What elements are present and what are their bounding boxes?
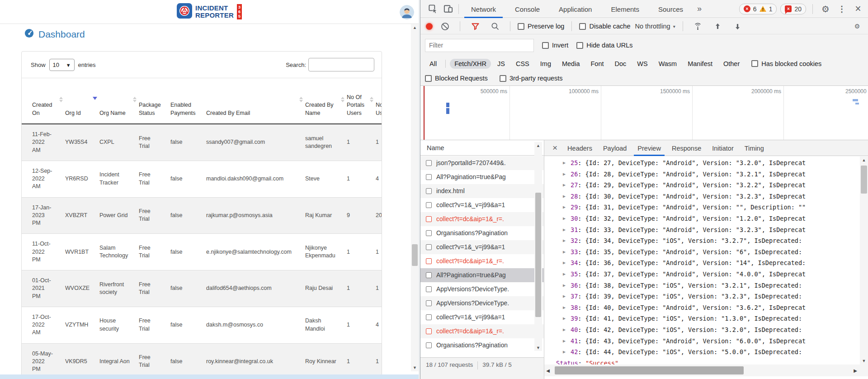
network-request-row[interactable]: Organisations?Pagination	[420, 226, 544, 240]
request-checkbox[interactable]	[426, 216, 432, 222]
network-filter-input[interactable]	[425, 39, 534, 52]
json-preview-line[interactable]: ▶34: {Id: 36, DeviceType: "Android", Ver…	[544, 257, 860, 269]
network-overview-timeline[interactable]: 500000 ms1000000 ms1500000 ms2000000 ms2…	[420, 86, 868, 140]
issues-badge[interactable]: × 20	[780, 4, 806, 14]
request-checkbox[interactable]	[426, 244, 432, 250]
json-preview-line[interactable]: ▶27: {Id: 29, DeviceType: "Android", Ver…	[544, 180, 860, 191]
scroll-up-icon[interactable]: ▲	[860, 156, 868, 164]
details-tab-initiator[interactable]: Initiator	[707, 140, 739, 156]
expand-triangle-icon[interactable]: ▶	[563, 202, 566, 213]
type-filter-fetch-xhr[interactable]: Fetch/XHR	[450, 59, 491, 69]
page-size-select[interactable]: 10 ▼	[49, 59, 75, 71]
type-filter-wasm[interactable]: Wasm	[654, 59, 682, 69]
request-checkbox[interactable]	[426, 230, 432, 236]
has-blocked-cookies-checkbox[interactable]: Has blocked cookies	[751, 60, 821, 67]
type-filter-doc[interactable]: Doc	[610, 59, 631, 69]
request-checkbox[interactable]	[426, 328, 432, 334]
type-filter-all[interactable]: All	[425, 59, 441, 69]
json-preview-line[interactable]: ▶30: {Id: 32, DeviceType: "Android", Ver…	[544, 213, 860, 224]
checkbox-icon[interactable]	[576, 42, 583, 49]
request-checkbox[interactable]	[426, 160, 432, 166]
filter-funnel-icon[interactable]	[467, 19, 483, 34]
scrollbar-thumb[interactable]	[861, 166, 867, 194]
json-status-line[interactable]: Status: "Success"	[544, 358, 860, 365]
network-request-row[interactable]: AppVersions?DeviceType.	[420, 282, 544, 296]
hide-data-urls-checkbox[interactable]: Hide data URLs	[576, 42, 632, 49]
network-request-row[interactable]: Organisations?Pagination	[420, 338, 544, 352]
search-input[interactable]	[308, 58, 374, 71]
column-header-created-by-email[interactable]: Created By Email	[206, 78, 305, 124]
more-tabs-icon[interactable]: »	[693, 4, 706, 14]
checkbox-icon[interactable]	[518, 23, 524, 30]
type-filter-font[interactable]: Font	[586, 59, 608, 69]
network-request-row[interactable]: json?portalId=7207449&.	[420, 156, 544, 170]
network-conditions-icon[interactable]	[690, 19, 706, 34]
type-filter-ws[interactable]: WS	[632, 59, 652, 69]
app-vertical-scrollbar[interactable]: ▲ ▼	[411, 24, 419, 371]
json-preview-line[interactable]: ▶42: {Id: 44, DeviceType: "iOS", Version…	[544, 346, 860, 358]
type-filter-img[interactable]: Img	[536, 59, 556, 69]
export-har-icon[interactable]	[730, 19, 745, 34]
details-tab-response[interactable]: Response	[666, 140, 707, 156]
devtools-tab-console[interactable]: Console	[505, 0, 549, 18]
network-request-row[interactable]: AppVersions?DeviceType.	[420, 296, 544, 310]
expand-triangle-icon[interactable]: ▶	[563, 302, 566, 313]
scroll-down-icon[interactable]: ▼	[534, 344, 542, 351]
network-settings-gear-icon[interactable]: ⚙	[851, 20, 863, 33]
network-request-row[interactable]: collect?v=1&_v=j99&a=1	[420, 240, 544, 254]
expand-triangle-icon[interactable]: ▶	[563, 257, 566, 269]
scroll-down-icon[interactable]: ▼	[860, 357, 868, 365]
scrollbar-thumb[interactable]	[555, 366, 744, 374]
network-request-row[interactable]: collect?v=1&_v=j99&a=1	[420, 310, 544, 324]
type-filter-css[interactable]: CSS	[511, 59, 534, 69]
json-preview-line[interactable]: ▶41: {Id: 43, DeviceType: "Android", Ver…	[544, 336, 860, 347]
json-preview-line[interactable]: ▶32: {Id: 34, DeviceType: "iOS", Version…	[544, 235, 860, 246]
network-request-row[interactable]: collect?t=dc&aip=1&_r=.	[420, 324, 544, 338]
requests-name-column-header[interactable]: Name	[420, 140, 544, 156]
search-icon[interactable]	[487, 19, 503, 34]
request-checkbox[interactable]	[426, 342, 432, 348]
json-preview-line[interactable]: ▶33: {Id: 35, DeviceType: "Android", Ver…	[544, 246, 860, 258]
preserve-log-checkbox[interactable]: Preserve log	[518, 23, 564, 30]
close-details-icon[interactable]: ×	[548, 143, 562, 153]
checkbox-icon[interactable]	[751, 60, 758, 67]
settings-gear-icon[interactable]: ⚙	[819, 3, 832, 15]
checkbox-icon[interactable]	[425, 75, 432, 82]
json-preview-line[interactable]: ▶31: {Id: 33, DeviceType: "Android", Ver…	[544, 224, 860, 236]
user-avatar[interactable]	[400, 5, 414, 19]
expand-triangle-icon[interactable]: ▶	[563, 246, 566, 258]
inspect-element-icon[interactable]	[425, 1, 440, 17]
invert-checkbox[interactable]: Invert	[542, 42, 568, 49]
device-toolbar-icon[interactable]	[440, 1, 456, 17]
scrollbar-thumb[interactable]	[535, 193, 541, 317]
expand-triangle-icon[interactable]: ▶	[563, 313, 566, 324]
column-header-no-of-portals-users[interactable]: No Of Portals Users	[347, 78, 376, 124]
expand-triangle-icon[interactable]: ▶	[563, 169, 566, 180]
checkbox-icon[interactable]	[579, 23, 586, 30]
type-filter-js[interactable]: JS	[493, 59, 509, 69]
column-header-created-on[interactable]: Created On	[22, 78, 65, 124]
record-network-log-icon[interactable]	[426, 23, 433, 30]
expand-triangle-icon[interactable]: ▶	[563, 291, 566, 302]
expand-triangle-icon[interactable]: ▶	[563, 235, 566, 246]
expand-triangle-icon[interactable]: ▶	[563, 157, 566, 169]
type-filter-media[interactable]: Media	[557, 59, 585, 69]
details-tab-payload[interactable]: Payload	[598, 140, 632, 156]
requests-scrollbar[interactable]: ▲ ▼	[534, 142, 542, 351]
column-header-created-by-name[interactable]: Created By Name	[305, 78, 347, 124]
disable-cache-checkbox[interactable]: Disable cache	[579, 23, 630, 30]
network-request-row[interactable]: All?Pagination=true&Pag	[420, 268, 544, 282]
column-header-org-id[interactable]: Org Id	[65, 78, 99, 124]
expand-triangle-icon[interactable]: ▶	[563, 269, 566, 280]
console-errors-badge[interactable]: × 6 1	[739, 4, 777, 14]
details-tab-timing[interactable]: Timing	[739, 140, 769, 156]
checkbox-icon[interactable]	[500, 75, 506, 82]
json-preview-line[interactable]: ▶26: {Id: 28, DeviceType: "Android", Ver…	[544, 169, 860, 180]
request-checkbox[interactable]	[426, 286, 432, 292]
third-party-checkbox[interactable]: 3rd-party requests	[500, 75, 563, 82]
request-checkbox[interactable]	[426, 174, 432, 180]
blocked-requests-checkbox[interactable]: Blocked Requests	[425, 75, 488, 82]
expand-triangle-icon[interactable]: ▶	[563, 324, 566, 336]
column-header-org-name[interactable]: Org Name	[99, 78, 139, 124]
import-har-icon[interactable]	[710, 19, 726, 34]
